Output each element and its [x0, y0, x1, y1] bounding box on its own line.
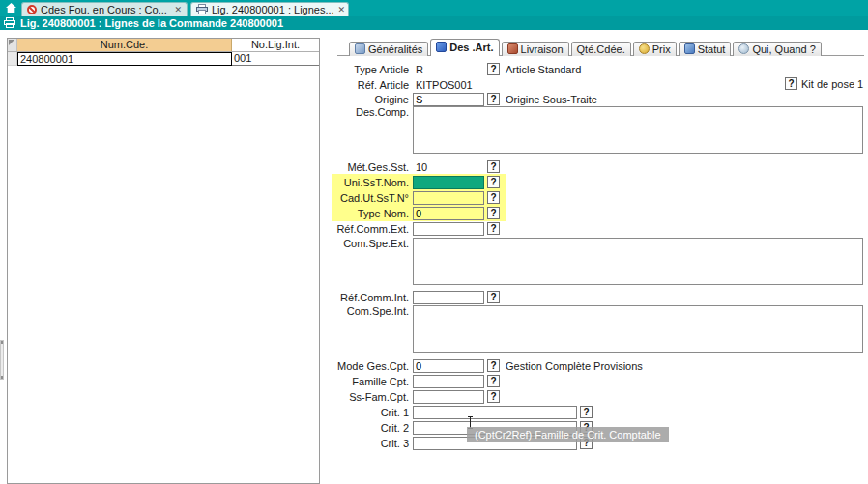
field-row-des-comp: Des.Comp. — [335, 106, 863, 154]
field-row-met-ges-sst: Mét.Ges.Sst. 10 ? — [335, 159, 500, 174]
field-label: Origine — [335, 94, 409, 105]
field-row-com-spe-int: Com.Spe.Int. — [335, 305, 863, 353]
kit-info-group: ? Kit de pose 1 — [785, 77, 863, 90]
com-spe-ext-textarea[interactable] — [413, 238, 863, 285]
field-row-origine: Origine ? Origine Sous-Traite — [335, 92, 597, 106]
help-button[interactable]: ? — [487, 291, 500, 303]
field-row-ref-comm-ext: Réf.Comm.Ext. ? — [335, 221, 500, 236]
browser-tab-lines[interactable]: Lig. 240800001 : Lignes... ✕ — [190, 2, 349, 16]
tab-livraison[interactable]: Livraison — [502, 42, 569, 56]
close-tab-icon[interactable]: ✕ — [338, 5, 346, 14]
printer-icon — [4, 17, 15, 30]
status-icon — [684, 43, 695, 54]
field-label: Famille Cpt. — [335, 376, 409, 387]
detail-tab-strip: Généralités Des .Art. Livraison Qté.Cdée… — [337, 39, 822, 56]
left-scrollbar[interactable] — [0, 340, 4, 380]
tab-qui-quand[interactable]: Qui, Quand ? — [733, 42, 821, 56]
field-row-mode-ges-cpt: Mode Ges.Cpt. ? Gestion Complète Provisi… — [335, 358, 643, 373]
field-value: R — [413, 64, 487, 75]
field-row-ref-comm-int: Réf.Comm.Int. ? — [335, 290, 500, 304]
browser-tab-orders[interactable]: Cdes Fou. en Cours : Co... ✕ — [21, 2, 188, 16]
no-entry-icon — [27, 5, 37, 14]
delivery-icon — [507, 43, 518, 54]
tab-generalites[interactable]: Généralités — [349, 42, 428, 56]
cell-num-cde[interactable]: 240800001 — [17, 52, 232, 66]
field-label: Réf. Article — [335, 79, 409, 91]
column-header-no-lig-int[interactable]: No.Lig.Int. — [232, 39, 319, 51]
field-label: Com.Spe.Int. — [335, 305, 409, 317]
ref-comm-int-input[interactable] — [413, 291, 484, 304]
tab-prix[interactable]: Prix — [633, 42, 677, 56]
field-row-uni-sst-nom: Uni.SsT.Nom. ? — [335, 175, 500, 189]
help-button[interactable]: ? — [580, 406, 593, 418]
field-description: Gestion Complète Provisions — [506, 360, 643, 372]
help-button[interactable]: ? — [487, 222, 500, 235]
column-header-num-cde[interactable]: Num.Cde. — [17, 39, 232, 51]
tab-qte-cdee[interactable]: Qté.Cdée. — [571, 42, 631, 56]
help-button[interactable]: ? — [487, 359, 500, 372]
help-button[interactable]: ? — [487, 390, 500, 403]
article-icon — [436, 42, 447, 52]
tab-label: Qui, Quand ? — [752, 43, 815, 55]
browser-tab-title: Lig. 240800001 : Lignes... — [212, 4, 334, 15]
help-button[interactable]: ? — [487, 93, 500, 105]
mode-ges-cpt-input[interactable] — [413, 359, 484, 373]
cad-ut-sst-n-input[interactable] — [413, 191, 484, 205]
com-spe-int-textarea[interactable] — [413, 305, 863, 353]
row-selector-header[interactable] — [8, 39, 17, 51]
ss-fam-cpt-input[interactable] — [413, 390, 484, 404]
field-label: Crit. 1 — [335, 407, 409, 418]
help-button[interactable]: ? — [487, 191, 500, 204]
field-value: 10 — [413, 161, 487, 173]
field-label: Com.Spe.Ext. — [335, 238, 409, 249]
home-button[interactable] — [3, 2, 19, 15]
field-label: Type Article — [335, 64, 409, 75]
field-label: Uni.SsT.Nom. — [335, 177, 409, 188]
famille-cpt-input[interactable] — [413, 375, 484, 388]
uni-sst-nom-input[interactable] — [413, 176, 484, 189]
tab-des-art[interactable]: Des .Art. — [430, 39, 499, 56]
printer-icon — [196, 4, 208, 16]
field-label: Des.Comp. — [335, 106, 409, 118]
cell-no-lig-int[interactable]: 001 — [232, 52, 319, 66]
ref-comm-ext-input[interactable] — [413, 222, 484, 236]
clock-icon — [738, 43, 749, 54]
field-row-ref-article: Réf. Article KITPOS001 — [335, 77, 487, 92]
help-button[interactable]: ? — [487, 176, 500, 188]
close-tab-icon[interactable]: ✕ — [174, 5, 182, 14]
window-title-bar: Lig. 240800001 : Lignes de la Commande 2… — [0, 16, 868, 30]
kit-description: Kit de pose 1 — [801, 78, 863, 90]
browser-tab-bar: Cdes Fou. en Cours : Co... ✕ Lig. 240800… — [0, 0, 868, 16]
help-button[interactable]: ? — [487, 207, 500, 219]
help-button[interactable]: ? — [487, 375, 500, 387]
field-label: Crit. 2 — [335, 422, 409, 434]
field-label: Réf.Comm.Ext. — [335, 223, 409, 235]
field-row-famille-cpt: Famille Cpt. ? — [335, 374, 500, 388]
tab-statut[interactable]: Statut — [679, 42, 732, 56]
browser-tab-title: Cdes Fou. en Cours : Co... — [41, 4, 167, 15]
type-nom-input[interactable] — [413, 207, 484, 220]
grid-header-row: Num.Cde. No.Lig.Int. — [8, 39, 319, 52]
tab-label: Généralités — [368, 43, 422, 55]
field-label: Mét.Ges.Sst. — [335, 161, 409, 173]
field-description: Origine Sous-Traite — [506, 94, 597, 105]
field-row-cad-ut-sst-n: Cad.Ut.SsT.N° ? — [335, 190, 500, 205]
des-comp-textarea[interactable] — [413, 106, 863, 154]
help-button[interactable]: ? — [487, 63, 500, 75]
origine-input[interactable] — [413, 93, 484, 106]
field-label: Crit. 3 — [335, 438, 409, 449]
field-value: KITPOS001 — [413, 79, 487, 91]
crit-1-input[interactable] — [413, 406, 577, 419]
price-icon — [639, 43, 650, 54]
row-selector[interactable] — [8, 52, 17, 66]
help-button[interactable]: ? — [487, 160, 500, 173]
tab-label: Livraison — [521, 43, 564, 55]
field-label: Ss-Fam.Cpt. — [335, 391, 409, 403]
field-label: Type Nom. — [335, 208, 409, 219]
tab-label: Des .Art. — [449, 42, 493, 53]
field-row-crit-1: Crit. 1 ? — [335, 405, 593, 419]
field-label: Mode Ges.Cpt. — [335, 360, 409, 372]
table-row[interactable]: 240800001 001 — [8, 52, 319, 66]
help-button[interactable]: ? — [785, 77, 797, 90]
tab-label: Prix — [652, 43, 671, 55]
